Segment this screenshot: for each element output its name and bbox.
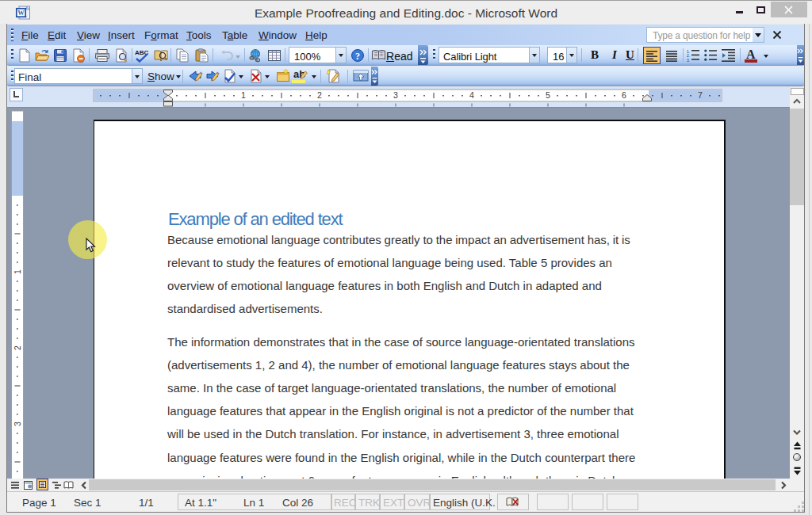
svg-text:W: W bbox=[17, 9, 25, 17]
svg-text:6: 6 bbox=[622, 90, 626, 100]
svg-text:1: 1 bbox=[13, 269, 22, 274]
svg-text:4: 4 bbox=[469, 90, 474, 100]
svg-text:1: 1 bbox=[241, 90, 246, 100]
svg-text:3.: 3. bbox=[687, 58, 690, 63]
svg-text:3: 3 bbox=[13, 422, 22, 426]
svg-text:2: 2 bbox=[13, 345, 22, 350]
svg-text:5: 5 bbox=[546, 90, 550, 100]
svg-text:2: 2 bbox=[317, 90, 322, 100]
svg-text:3: 3 bbox=[393, 90, 398, 100]
svg-text:?: ? bbox=[355, 51, 360, 62]
svg-text:7: 7 bbox=[698, 90, 703, 100]
